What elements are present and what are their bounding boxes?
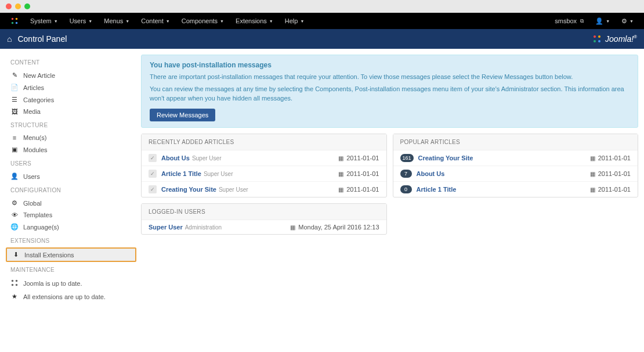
section-title-extensions: EXTENSIONS [6, 233, 136, 247]
list-icon: ☰ [10, 96, 19, 103]
sidebar: CONTENT ✎New Article 📄Articles ☰Categori… [6, 55, 136, 346]
user-icon: 👤 [595, 17, 603, 25]
svg-point-7 [598, 40, 600, 42]
sidebar-item-menus[interactable]: ≡Menu(s) [6, 132, 136, 143]
app-window: System ▼ Users ▼ Menus ▼ Content ▼ Compo… [0, 0, 644, 352]
nav-menus[interactable]: Menus ▼ [99, 13, 134, 29]
sidebar-item-modules[interactable]: ▣Modules [6, 143, 136, 156]
minimize-window-icon[interactable] [15, 3, 21, 9]
caret-icon: ▼ [300, 19, 304, 23]
review-messages-button[interactable]: Review Messages [150, 109, 215, 121]
nav-components[interactable]: Components ▼ [177, 13, 229, 29]
svg-point-1 [16, 18, 18, 20]
sidebar-item-joomla-status[interactable]: Joomla is up to date. [6, 276, 136, 290]
calendar-icon: ▦ [590, 186, 595, 193]
nav-extensions[interactable]: Extensions ▼ [231, 13, 278, 29]
row-date: ▦2011-01-01 [590, 155, 631, 161]
gear-icon: ⚙ [621, 17, 627, 25]
user-link[interactable]: Super User [149, 224, 183, 231]
row-time: ▦Monday, 25 April 2016 12:13 [290, 224, 379, 231]
section-title-configuration: CONFIGURATION [6, 182, 136, 197]
article-link[interactable]: Article 1 Title [417, 186, 457, 193]
sidebar-item-templates[interactable]: 👁Templates [6, 209, 136, 221]
recent-articles-panel: RECENTLY ADDED ARTICLES ✓ About Us Super… [141, 134, 387, 197]
close-window-icon[interactable] [6, 3, 12, 9]
nav-content[interactable]: Content ▼ [136, 13, 174, 29]
check-icon[interactable]: ✓ [149, 185, 157, 193]
sidebar-item-label: Global [23, 200, 42, 207]
section-title-content: CONTENT [6, 55, 136, 69]
sidebar-item-categories[interactable]: ☰Categories [6, 94, 136, 106]
sidebar-item-extensions-status[interactable]: ★All extensions are up to date. [6, 290, 136, 303]
page-header: ⌂ Control Panel Joomla!® [0, 29, 644, 49]
calendar-icon: ▦ [590, 171, 595, 177]
row-date: ▦2011-01-01 [590, 170, 631, 177]
svg-point-5 [598, 35, 600, 38]
top-navbar: System ▼ Users ▼ Menus ▼ Content ▼ Compo… [0, 13, 644, 29]
article-link[interactable]: About Us [417, 170, 445, 177]
nav-user-menu[interactable]: 👤 ▼ [591, 13, 614, 29]
nav-site-label: smsbox [555, 17, 577, 24]
calendar-icon: ▦ [338, 155, 343, 161]
row-date: ▦2011-01-01 [590, 186, 631, 193]
hits-badge: 7 [400, 170, 412, 178]
article-author: Super User [219, 186, 248, 193]
popular-row: 161 Creating Your Site ▦2011-01-01 [393, 150, 638, 166]
sidebar-item-label: Modules [23, 146, 48, 153]
sidebar-item-label: Menu(s) [23, 134, 46, 141]
check-icon[interactable]: ✓ [149, 170, 157, 178]
nav-users[interactable]: Users ▼ [65, 13, 97, 29]
calendar-icon: ▦ [338, 171, 343, 177]
home-icon: ⌂ [7, 34, 12, 44]
svg-point-0 [12, 18, 14, 20]
sidebar-item-label: All extensions are up to date. [23, 293, 106, 300]
svg-point-11 [16, 284, 18, 286]
caret-icon: ▼ [606, 19, 610, 23]
content-area: CONTENT ✎New Article 📄Articles ☰Categori… [0, 49, 644, 352]
sidebar-item-label: Media [23, 108, 41, 115]
nav-settings-menu[interactable]: ⚙ ▼ [617, 13, 638, 29]
alert-title: You have post-installation messages [150, 61, 629, 69]
row-date: ▦2011-01-01 [338, 170, 379, 177]
sidebar-item-languages[interactable]: 🌐Language(s) [6, 221, 136, 233]
nav-sitelink[interactable]: smsbox⧉ [550, 13, 588, 29]
check-icon[interactable]: ✓ [149, 154, 157, 162]
sidebar-item-new-article[interactable]: ✎New Article [6, 69, 136, 81]
star-icon: ★ [10, 293, 19, 300]
pencil-icon: ✎ [10, 71, 19, 79]
nav-system[interactable]: System ▼ [26, 13, 63, 29]
row-date: ▦2011-01-01 [338, 155, 379, 161]
article-link[interactable]: Article 1 Title [161, 170, 201, 177]
section-title-users: USERS [6, 156, 136, 170]
article-link[interactable]: About Us [161, 155, 190, 161]
article-author: Super User [192, 155, 222, 161]
joomla-icon[interactable] [6, 13, 23, 29]
maximize-window-icon[interactable] [24, 3, 30, 9]
popular-articles-panel: POPULAR ARTICLES 161 Creating Your Site … [393, 134, 639, 197]
sidebar-item-global[interactable]: ⚙Global [6, 197, 136, 209]
nav-label: Components [182, 17, 218, 24]
joomla-icon [10, 279, 19, 288]
user-icon: 👤 [10, 173, 19, 180]
globe-icon: 🌐 [10, 223, 19, 231]
nav-label: System [30, 17, 52, 24]
page-title: Control Panel [17, 34, 67, 44]
calendar-icon: ▦ [290, 224, 295, 231]
sidebar-item-media[interactable]: 🖼Media [6, 106, 136, 117]
caret-icon: ▼ [166, 19, 170, 23]
loggedin-row: Super User Administration ▦Monday, 25 Ap… [142, 220, 386, 234]
sidebar-item-articles[interactable]: 📄Articles [6, 81, 136, 94]
svg-point-8 [12, 280, 14, 282]
sidebar-item-label: Language(s) [23, 224, 59, 231]
menu-icon: ≡ [10, 134, 19, 141]
user-role: Administration [185, 224, 222, 231]
sidebar-item-users[interactable]: 👤Users [6, 170, 136, 182]
caret-icon: ▼ [54, 19, 58, 23]
article-link[interactable]: Creating Your Site [418, 155, 473, 161]
nav-help[interactable]: Help ▼ [280, 13, 309, 29]
article-link[interactable]: Creating Your Site [161, 186, 216, 193]
panels-row-2: LOGGED-IN USERS Super User Administratio… [141, 203, 638, 235]
sidebar-item-label: Joomla is up to date. [23, 280, 82, 287]
panel-title-popular: POPULAR ARTICLES [393, 134, 638, 150]
sidebar-item-install-extensions[interactable]: ⬇Install Extensions [6, 247, 136, 262]
